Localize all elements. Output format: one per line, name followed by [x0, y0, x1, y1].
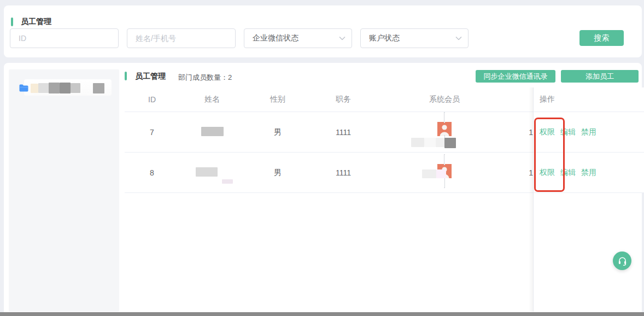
- name-phone-input[interactable]: [127, 28, 236, 48]
- avatar-image: [437, 122, 452, 136]
- redacted-text-block: [422, 169, 446, 178]
- fixed-column-divider: [533, 87, 534, 312]
- title-accent-bar: [11, 17, 13, 26]
- redacted-text-block: [196, 167, 218, 177]
- department-tree-panel: [9, 69, 119, 312]
- column-header: ID: [125, 95, 179, 104]
- column-header: 姓名: [179, 95, 245, 104]
- fixed-column-shadow: [529, 87, 533, 312]
- headset-icon: [617, 256, 628, 266]
- cell-job: 1111: [311, 128, 376, 137]
- column-header: 系统会员: [376, 95, 513, 104]
- table-row: 8男11111权限编辑禁用: [125, 153, 644, 193]
- redacted-text-block: [71, 83, 80, 93]
- table-row: 7男11111权限编辑禁用: [125, 112, 644, 153]
- filter-row: 企业微信状态 账户状态: [10, 28, 477, 48]
- member-count: 部门成员数量：2: [178, 73, 232, 83]
- department-tree-node[interactable]: [19, 80, 115, 96]
- cell-name-redacted: [179, 167, 245, 178]
- id-input[interactable]: [10, 28, 119, 48]
- cell-job: 1111: [311, 168, 376, 177]
- disable-link[interactable]: 禁用: [581, 168, 596, 177]
- cell-gender: 男: [245, 168, 311, 178]
- section-header: 员工管理 部门成员数量：2 同步企业微信通讯录 添加员工: [125, 70, 642, 86]
- redacted-text-block: [411, 138, 424, 147]
- redacted-text-block: [31, 84, 38, 93]
- add-employee-button[interactable]: 添加员工: [561, 70, 639, 83]
- cell-id: 7: [125, 128, 179, 137]
- redacted-text-block: [49, 83, 60, 93]
- column-header: 职务: [311, 95, 376, 104]
- account-status-select-value: 账户状态: [369, 33, 400, 43]
- customer-service-button[interactable]: [613, 251, 631, 270]
- cell-gender: 男: [245, 127, 311, 137]
- redacted-text-block: [422, 169, 436, 178]
- member-avatar: [437, 155, 452, 187]
- redacted-text-block: [436, 138, 444, 147]
- search-button[interactable]: 搜索: [579, 30, 624, 46]
- cell-system-member: [376, 157, 513, 189]
- section-accent-bar: [125, 72, 127, 80]
- cell-id: 8: [125, 168, 179, 177]
- redacted-text-block: [222, 179, 233, 184]
- redacted-text-block: [411, 138, 456, 148]
- redacted-text-block: [93, 83, 104, 93]
- chevron-down-icon: [339, 37, 346, 40]
- redacted-text-block: [424, 138, 436, 147]
- redacted-text-block: [444, 138, 456, 148]
- folder-icon: [19, 84, 28, 92]
- cell-actions: 权限编辑禁用: [533, 127, 644, 137]
- permission-link[interactable]: 权限: [540, 127, 555, 136]
- edit-link[interactable]: 编辑: [560, 168, 576, 177]
- redacted-text-block: [436, 169, 446, 178]
- account-status-select[interactable]: 账户状态: [360, 28, 469, 48]
- cell-name-redacted: [179, 127, 245, 138]
- filter-card: 员工管理 企业微信状态 账户状态 搜索: [4, 5, 642, 57]
- wechat-status-select[interactable]: 企业微信状态: [244, 28, 352, 48]
- disable-link[interactable]: 禁用: [581, 127, 596, 136]
- column-header: 操作: [533, 95, 644, 104]
- cell-actions: 权限编辑禁用: [533, 168, 644, 178]
- chevron-down-icon: [455, 37, 462, 40]
- table-header-row: ID姓名性别职务系统会员操作: [125, 87, 644, 112]
- page-title: 员工管理: [21, 17, 51, 27]
- member-avatar: [437, 113, 452, 145]
- redacted-text-block: [60, 83, 71, 93]
- wechat-status-select-value: 企业微信状态: [253, 33, 298, 43]
- section-title: 员工管理: [135, 72, 166, 81]
- employee-table: ID姓名性别职务系统会员操作 7男11111权限编辑禁用8男11111权限编辑禁…: [125, 87, 644, 193]
- redacted-text-block: [38, 83, 49, 93]
- cell-system-member: [376, 116, 513, 148]
- employee-management-card: 员工管理 部门成员数量：2 同步企业微信通讯录 添加员工 ID姓名性别职务系统会…: [4, 63, 642, 316]
- permission-link[interactable]: 权限: [540, 168, 555, 177]
- horizontal-scrollbar[interactable]: [0, 312, 644, 316]
- redacted-text-block: [201, 127, 224, 136]
- filter-card-header: 员工管理: [11, 17, 51, 27]
- column-header: 性别: [245, 95, 311, 104]
- edit-link[interactable]: 编辑: [560, 127, 576, 136]
- sync-wechat-contacts-button[interactable]: 同步企业微信通讯录: [476, 70, 555, 83]
